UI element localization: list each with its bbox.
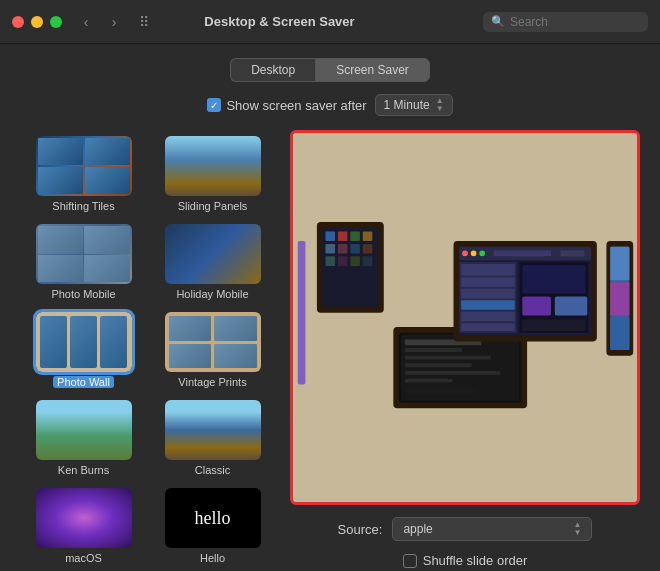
- traffic-lights: [12, 16, 62, 28]
- svg-point-31: [479, 251, 485, 257]
- svg-rect-35: [461, 264, 515, 275]
- preview-svg: [293, 133, 637, 502]
- svg-rect-38: [461, 300, 515, 310]
- ss-label-photo-wall: Photo Wall: [53, 376, 114, 388]
- maximize-button[interactable]: [50, 16, 62, 28]
- ss-label-ken-burns: Ken Burns: [58, 464, 109, 476]
- svg-rect-40: [461, 323, 515, 331]
- ss-label-shifting-tiles: Shifting Tiles: [52, 200, 114, 212]
- svg-rect-21: [405, 356, 491, 360]
- ss-thumb-shifting-tiles: [36, 136, 132, 196]
- svg-rect-37: [461, 289, 515, 299]
- ss-label-photo-mobile: Photo Mobile: [51, 288, 115, 300]
- svg-rect-5: [338, 232, 348, 242]
- ss-item-macos[interactable]: macOS: [20, 482, 147, 568]
- svg-rect-10: [350, 244, 360, 254]
- search-icon: 🔍: [491, 15, 505, 28]
- window-title: Desktop & Screen Saver: [76, 14, 483, 29]
- preview-area: [290, 130, 640, 505]
- ss-thumb-classic: [165, 400, 261, 460]
- ss-thumb-vintage-prints: [165, 312, 261, 372]
- svg-point-29: [462, 251, 468, 257]
- svg-rect-9: [338, 244, 348, 254]
- ss-thumb-photo-wall: [36, 312, 132, 372]
- screensaver-grid: Shifting Tiles Sliding Panels Photo Mobi…: [20, 130, 276, 568]
- svg-rect-8: [325, 244, 335, 254]
- svg-rect-36: [461, 277, 515, 287]
- source-row: Source: apple ▲ ▼: [290, 517, 640, 541]
- ss-thumb-sliding-panels: [165, 136, 261, 196]
- close-button[interactable]: [12, 16, 24, 28]
- svg-rect-50: [610, 318, 629, 350]
- ss-item-vintage-prints[interactable]: Vintage Prints: [149, 306, 276, 392]
- tab-bar: Desktop Screen Saver: [20, 58, 640, 82]
- titlebar: ‹ › ⠿ Desktop & Screen Saver 🔍: [0, 0, 660, 44]
- svg-rect-7: [363, 232, 373, 242]
- show-after-checkbox[interactable]: ✓: [207, 98, 221, 112]
- main-content: Desktop Screen Saver ✓ Show screen saver…: [0, 44, 660, 571]
- duration-stepper[interactable]: ▲ ▼: [436, 97, 444, 113]
- minimize-button[interactable]: [31, 16, 43, 28]
- show-after-label: Show screen saver after: [226, 98, 366, 113]
- ss-thumb-holiday-mobile: [165, 224, 261, 284]
- shuffle-row: Shuffle slide order: [290, 553, 640, 568]
- ss-item-holiday-mobile[interactable]: Holiday Mobile: [149, 218, 276, 304]
- source-label: Source:: [338, 522, 383, 537]
- ss-label-sliding-panels: Sliding Panels: [178, 200, 248, 212]
- ss-thumb-hello: hello: [165, 488, 261, 548]
- svg-rect-15: [363, 256, 373, 266]
- svg-rect-43: [522, 296, 551, 315]
- svg-rect-32: [494, 251, 551, 257]
- ss-item-hello[interactable]: hello Hello: [149, 482, 276, 568]
- ss-item-photo-mobile[interactable]: Photo Mobile: [20, 218, 147, 304]
- ss-thumb-ken-burns: [36, 400, 132, 460]
- shuffle-label: Shuffle slide order: [423, 553, 528, 568]
- ss-label-classic: Classic: [195, 464, 230, 476]
- show-after-row: ✓ Show screen saver after 1 Minute ▲ ▼: [20, 94, 640, 116]
- svg-rect-6: [350, 232, 360, 242]
- ss-item-sliding-panels[interactable]: Sliding Panels: [149, 130, 276, 216]
- svg-rect-48: [610, 247, 629, 280]
- svg-rect-20: [405, 348, 462, 352]
- svg-rect-39: [461, 312, 515, 322]
- shuffle-checkbox[interactable]: [403, 554, 417, 568]
- svg-rect-23: [405, 371, 501, 375]
- preview-panel: Source: apple ▲ ▼ Shuffle slide order: [290, 130, 640, 568]
- svg-rect-25: [405, 386, 477, 394]
- lower-panel: Shifting Tiles Sliding Panels Photo Mobi…: [20, 130, 640, 568]
- ss-label-holiday-mobile: Holiday Mobile: [176, 288, 248, 300]
- tab-screensaver[interactable]: Screen Saver: [315, 58, 430, 82]
- svg-rect-49: [610, 282, 629, 315]
- svg-rect-45: [522, 319, 585, 330]
- source-value: apple: [403, 522, 432, 536]
- svg-rect-4: [325, 232, 335, 242]
- svg-rect-14: [350, 256, 360, 266]
- svg-rect-11: [363, 244, 373, 254]
- svg-rect-13: [338, 256, 348, 266]
- svg-rect-12: [325, 256, 335, 266]
- tab-desktop[interactable]: Desktop: [230, 58, 315, 82]
- ss-item-shifting-tiles[interactable]: Shifting Tiles: [20, 130, 147, 216]
- show-after-checkbox-wrapper[interactable]: ✓ Show screen saver after: [207, 98, 366, 113]
- svg-rect-33: [561, 251, 585, 257]
- svg-rect-1: [298, 241, 306, 384]
- svg-point-30: [471, 251, 477, 257]
- ss-item-classic[interactable]: Classic: [149, 394, 276, 480]
- ss-item-ken-burns[interactable]: Ken Burns: [20, 394, 147, 480]
- search-input[interactable]: [510, 15, 640, 29]
- svg-rect-24: [405, 379, 453, 383]
- svg-rect-44: [555, 296, 587, 315]
- duration-select[interactable]: 1 Minute ▲ ▼: [375, 94, 453, 116]
- ss-thumb-macos: [36, 488, 132, 548]
- svg-rect-42: [522, 265, 585, 294]
- ss-item-photo-wall[interactable]: Photo Wall: [20, 306, 147, 392]
- source-select[interactable]: apple ▲ ▼: [392, 517, 592, 541]
- ss-label-vintage-prints: Vintage Prints: [178, 376, 246, 388]
- screensaver-list: Shifting Tiles Sliding Panels Photo Mobi…: [20, 130, 276, 568]
- search-bar[interactable]: 🔍: [483, 12, 648, 32]
- source-stepper[interactable]: ▲ ▼: [573, 521, 581, 537]
- ss-label-macos: macOS: [65, 552, 102, 564]
- ss-thumb-photo-mobile: [36, 224, 132, 284]
- ss-label-hello: Hello: [200, 552, 225, 564]
- duration-value: 1 Minute: [384, 98, 430, 112]
